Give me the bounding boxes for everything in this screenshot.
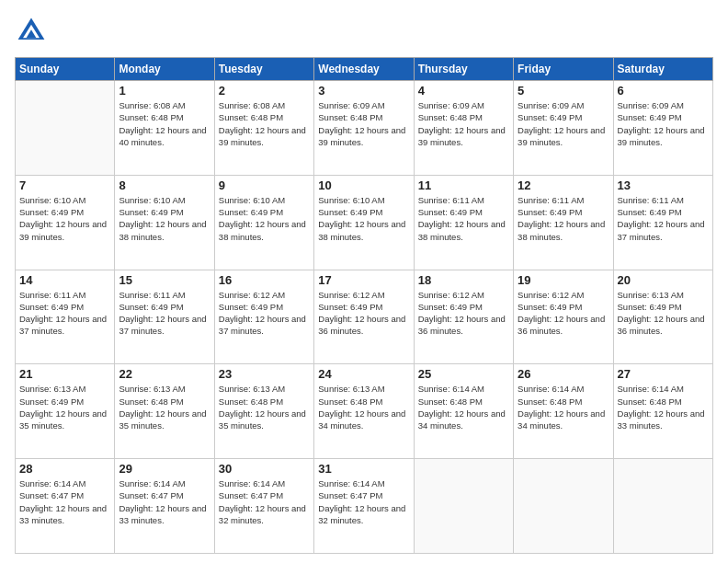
day-info: Sunrise: 6:14 AM Sunset: 6:47 PM Dayligh… bbox=[119, 477, 210, 526]
calendar-header-sunday: Sunday bbox=[16, 58, 115, 81]
day-number: 21 bbox=[19, 367, 110, 381]
calendar-cell: 17Sunrise: 6:12 AM Sunset: 6:49 PM Dayli… bbox=[314, 270, 414, 364]
calendar-cell: 30Sunrise: 6:14 AM Sunset: 6:47 PM Dayli… bbox=[214, 459, 313, 554]
day-number: 22 bbox=[119, 367, 210, 381]
calendar-cell bbox=[414, 459, 513, 554]
calendar-week-1: 1Sunrise: 6:08 AM Sunset: 6:48 PM Daylig… bbox=[16, 81, 713, 176]
calendar-cell: 10Sunrise: 6:10 AM Sunset: 6:49 PM Dayli… bbox=[314, 175, 414, 270]
calendar-header-tuesday: Tuesday bbox=[214, 58, 313, 81]
calendar-header-wednesday: Wednesday bbox=[314, 58, 414, 81]
day-info: Sunrise: 6:09 AM Sunset: 6:48 PM Dayligh… bbox=[418, 99, 509, 148]
day-info: Sunrise: 6:14 AM Sunset: 6:47 PM Dayligh… bbox=[318, 477, 409, 526]
calendar-cell: 12Sunrise: 6:11 AM Sunset: 6:49 PM Dayli… bbox=[514, 175, 613, 270]
day-number: 9 bbox=[219, 178, 310, 192]
calendar-cell: 5Sunrise: 6:09 AM Sunset: 6:49 PM Daylig… bbox=[514, 81, 613, 176]
day-number: 5 bbox=[518, 84, 609, 98]
calendar-header-row: SundayMondayTuesdayWednesdayThursdayFrid… bbox=[16, 58, 713, 81]
day-info: Sunrise: 6:10 AM Sunset: 6:49 PM Dayligh… bbox=[219, 194, 310, 243]
day-number: 29 bbox=[119, 462, 210, 476]
calendar-cell: 2Sunrise: 6:08 AM Sunset: 6:48 PM Daylig… bbox=[214, 81, 313, 176]
day-number: 20 bbox=[618, 273, 709, 287]
day-info: Sunrise: 6:10 AM Sunset: 6:49 PM Dayligh… bbox=[119, 194, 210, 243]
day-number: 11 bbox=[418, 178, 509, 192]
day-info: Sunrise: 6:10 AM Sunset: 6:49 PM Dayligh… bbox=[318, 194, 409, 243]
calendar-cell: 19Sunrise: 6:12 AM Sunset: 6:49 PM Dayli… bbox=[514, 270, 613, 364]
calendar-header-saturday: Saturday bbox=[613, 58, 712, 81]
day-number: 28 bbox=[19, 462, 110, 476]
calendar-header-friday: Friday bbox=[514, 58, 613, 81]
calendar-cell: 3Sunrise: 6:09 AM Sunset: 6:48 PM Daylig… bbox=[314, 81, 414, 176]
calendar: SundayMondayTuesdayWednesdayThursdayFrid… bbox=[15, 57, 713, 554]
calendar-header-thursday: Thursday bbox=[414, 58, 513, 81]
calendar-cell: 23Sunrise: 6:13 AM Sunset: 6:48 PM Dayli… bbox=[214, 364, 313, 459]
day-info: Sunrise: 6:12 AM Sunset: 6:49 PM Dayligh… bbox=[418, 289, 509, 338]
day-number: 7 bbox=[19, 178, 110, 192]
day-info: Sunrise: 6:13 AM Sunset: 6:48 PM Dayligh… bbox=[219, 383, 310, 431]
day-number: 24 bbox=[318, 367, 409, 381]
calendar-cell: 11Sunrise: 6:11 AM Sunset: 6:49 PM Dayli… bbox=[414, 175, 513, 270]
day-number: 13 bbox=[618, 178, 709, 192]
day-info: Sunrise: 6:14 AM Sunset: 6:48 PM Dayligh… bbox=[618, 383, 709, 431]
day-info: Sunrise: 6:12 AM Sunset: 6:49 PM Dayligh… bbox=[518, 289, 609, 338]
calendar-week-2: 7Sunrise: 6:10 AM Sunset: 6:49 PM Daylig… bbox=[16, 175, 713, 270]
day-info: Sunrise: 6:14 AM Sunset: 6:47 PM Dayligh… bbox=[19, 477, 110, 526]
day-info: Sunrise: 6:12 AM Sunset: 6:49 PM Dayligh… bbox=[219, 289, 310, 338]
day-number: 15 bbox=[119, 273, 210, 287]
day-number: 14 bbox=[19, 273, 110, 287]
day-number: 19 bbox=[518, 273, 609, 287]
calendar-cell bbox=[16, 81, 115, 176]
day-number: 6 bbox=[618, 84, 709, 98]
calendar-cell: 29Sunrise: 6:14 AM Sunset: 6:47 PM Dayli… bbox=[115, 459, 214, 554]
day-info: Sunrise: 6:08 AM Sunset: 6:48 PM Dayligh… bbox=[219, 99, 310, 148]
day-info: Sunrise: 6:14 AM Sunset: 6:48 PM Dayligh… bbox=[418, 383, 509, 431]
day-number: 4 bbox=[418, 84, 509, 98]
day-number: 3 bbox=[318, 84, 409, 98]
calendar-cell: 7Sunrise: 6:10 AM Sunset: 6:49 PM Daylig… bbox=[16, 175, 115, 270]
calendar-cell: 8Sunrise: 6:10 AM Sunset: 6:49 PM Daylig… bbox=[115, 175, 214, 270]
day-info: Sunrise: 6:10 AM Sunset: 6:49 PM Dayligh… bbox=[19, 194, 110, 243]
day-info: Sunrise: 6:13 AM Sunset: 6:49 PM Dayligh… bbox=[19, 383, 110, 431]
day-info: Sunrise: 6:11 AM Sunset: 6:49 PM Dayligh… bbox=[119, 289, 210, 338]
calendar-cell: 28Sunrise: 6:14 AM Sunset: 6:47 PM Dayli… bbox=[16, 459, 115, 554]
day-number: 25 bbox=[418, 367, 509, 381]
day-info: Sunrise: 6:08 AM Sunset: 6:48 PM Dayligh… bbox=[119, 99, 210, 148]
calendar-cell: 9Sunrise: 6:10 AM Sunset: 6:49 PM Daylig… bbox=[214, 175, 313, 270]
calendar-cell: 24Sunrise: 6:13 AM Sunset: 6:48 PM Dayli… bbox=[314, 364, 414, 459]
day-number: 30 bbox=[219, 462, 310, 476]
day-info: Sunrise: 6:13 AM Sunset: 6:48 PM Dayligh… bbox=[318, 383, 409, 431]
day-number: 17 bbox=[318, 273, 409, 287]
header bbox=[15, 15, 713, 48]
day-info: Sunrise: 6:11 AM Sunset: 6:49 PM Dayligh… bbox=[618, 194, 709, 243]
day-number: 31 bbox=[318, 462, 409, 476]
day-info: Sunrise: 6:09 AM Sunset: 6:49 PM Dayligh… bbox=[518, 99, 609, 148]
day-number: 8 bbox=[119, 178, 210, 192]
calendar-week-5: 28Sunrise: 6:14 AM Sunset: 6:47 PM Dayli… bbox=[16, 459, 713, 554]
calendar-cell: 25Sunrise: 6:14 AM Sunset: 6:48 PM Dayli… bbox=[414, 364, 513, 459]
day-info: Sunrise: 6:09 AM Sunset: 6:49 PM Dayligh… bbox=[618, 99, 709, 148]
calendar-cell bbox=[613, 459, 712, 554]
calendar-cell: 1Sunrise: 6:08 AM Sunset: 6:48 PM Daylig… bbox=[115, 81, 214, 176]
day-number: 23 bbox=[219, 367, 310, 381]
calendar-cell: 21Sunrise: 6:13 AM Sunset: 6:49 PM Dayli… bbox=[16, 364, 115, 459]
day-number: 10 bbox=[318, 178, 409, 192]
day-info: Sunrise: 6:13 AM Sunset: 6:48 PM Dayligh… bbox=[119, 383, 210, 431]
day-info: Sunrise: 6:09 AM Sunset: 6:48 PM Dayligh… bbox=[318, 99, 409, 148]
day-info: Sunrise: 6:14 AM Sunset: 6:48 PM Dayligh… bbox=[518, 383, 609, 431]
calendar-week-4: 21Sunrise: 6:13 AM Sunset: 6:49 PM Dayli… bbox=[16, 364, 713, 459]
calendar-cell: 14Sunrise: 6:11 AM Sunset: 6:49 PM Dayli… bbox=[16, 270, 115, 364]
calendar-header-monday: Monday bbox=[115, 58, 214, 81]
day-info: Sunrise: 6:14 AM Sunset: 6:47 PM Dayligh… bbox=[219, 477, 310, 526]
day-number: 26 bbox=[518, 367, 609, 381]
day-number: 27 bbox=[618, 367, 709, 381]
day-number: 1 bbox=[119, 84, 210, 98]
day-number: 18 bbox=[418, 273, 509, 287]
page: SundayMondayTuesdayWednesdayThursdayFrid… bbox=[0, 0, 728, 563]
logo bbox=[15, 15, 51, 48]
day-number: 12 bbox=[518, 178, 609, 192]
calendar-cell: 13Sunrise: 6:11 AM Sunset: 6:49 PM Dayli… bbox=[613, 175, 712, 270]
calendar-week-3: 14Sunrise: 6:11 AM Sunset: 6:49 PM Dayli… bbox=[16, 270, 713, 364]
day-info: Sunrise: 6:12 AM Sunset: 6:49 PM Dayligh… bbox=[318, 289, 409, 338]
calendar-cell: 15Sunrise: 6:11 AM Sunset: 6:49 PM Dayli… bbox=[115, 270, 214, 364]
calendar-cell: 22Sunrise: 6:13 AM Sunset: 6:48 PM Dayli… bbox=[115, 364, 214, 459]
calendar-cell: 20Sunrise: 6:13 AM Sunset: 6:49 PM Dayli… bbox=[613, 270, 712, 364]
